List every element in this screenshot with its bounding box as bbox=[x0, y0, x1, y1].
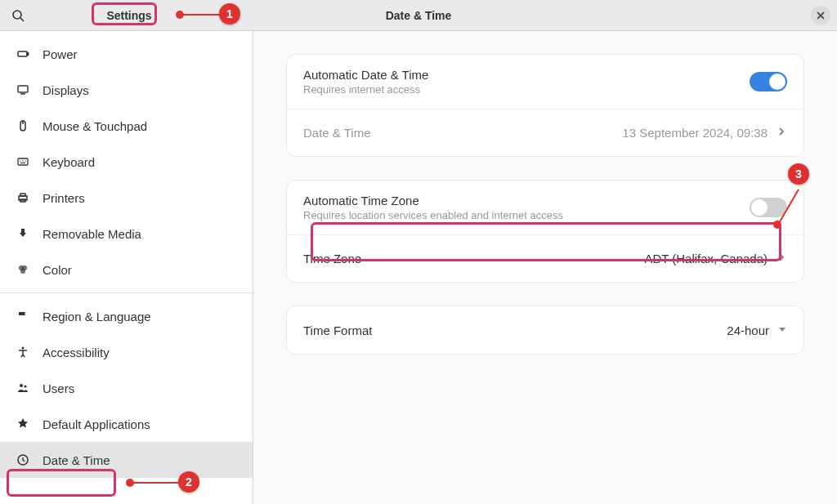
svg-rect-14 bbox=[20, 163, 25, 163]
svg-line-1 bbox=[20, 18, 24, 21]
printer-icon bbox=[15, 190, 31, 206]
sidebar-item-label: Date & Time bbox=[43, 453, 110, 467]
timeformat-row[interactable]: Time Format 24-hour bbox=[287, 306, 803, 354]
displays-icon bbox=[15, 82, 31, 98]
sidebar-item-label: Mouse & Touchpad bbox=[43, 119, 147, 133]
auto-datetime-toggle[interactable] bbox=[750, 72, 787, 91]
sidebar-item-label: Removable Media bbox=[43, 227, 141, 241]
datetime-row[interactable]: Date & Time 13 September 2024, 09:38 bbox=[287, 109, 803, 156]
sidebar-item-color[interactable]: Color bbox=[0, 252, 253, 288]
svg-rect-6 bbox=[18, 86, 28, 92]
svg-point-13 bbox=[25, 160, 25, 161]
region-icon bbox=[15, 308, 31, 324]
timezone-row[interactable]: Time Zone ADT (Halifax, Canada) bbox=[287, 234, 803, 282]
search-icon bbox=[11, 9, 25, 22]
svg-point-0 bbox=[13, 11, 21, 19]
sidebar-item-accessibility[interactable]: Accessibility bbox=[0, 334, 253, 370]
timezone-card: Automatic Time Zone Requires location se… bbox=[286, 180, 804, 283]
sidebar: Power Displays Mouse & Touchpad Keyboard… bbox=[0, 31, 253, 504]
sidebar-item-label: Region & Language bbox=[43, 310, 151, 323]
auto-datetime-row[interactable]: Automatic Date & Time Requires internet … bbox=[287, 55, 803, 109]
annotation-line-1 bbox=[180, 14, 222, 16]
row-subtitle: Requires location services enabled and i… bbox=[303, 209, 750, 221]
timeformat-card: Time Format 24-hour bbox=[286, 306, 804, 355]
sidebar-item-users[interactable]: Users bbox=[0, 370, 253, 406]
caret-down-icon bbox=[777, 323, 787, 337]
mouse-icon bbox=[15, 118, 31, 134]
datetime-value: 13 September 2024, 09:38 bbox=[622, 126, 768, 140]
svg-point-23 bbox=[24, 385, 26, 387]
svg-point-20 bbox=[20, 269, 25, 274]
sidebar-item-label: Displays bbox=[43, 83, 89, 97]
sidebar-item-label: Default Applications bbox=[43, 417, 150, 431]
sidebar-item-displays[interactable]: Displays bbox=[0, 72, 253, 108]
row-main: Automatic Date & Time Requires internet … bbox=[303, 68, 750, 96]
svg-point-11 bbox=[20, 160, 20, 161]
annotation-number-3: 3 bbox=[788, 163, 809, 185]
svg-rect-4 bbox=[18, 51, 27, 56]
sidebar-item-removable[interactable]: Removable Media bbox=[0, 216, 253, 252]
annotation-dot-2 bbox=[126, 479, 134, 487]
page-title: Date & Time bbox=[386, 9, 452, 22]
row-subtitle: Requires internet access bbox=[303, 83, 750, 96]
users-icon bbox=[15, 380, 31, 396]
power-icon bbox=[15, 46, 31, 62]
row-title: Time Zone bbox=[303, 252, 644, 265]
auto-timezone-row[interactable]: Automatic Time Zone Requires location se… bbox=[287, 181, 803, 234]
sidebar-item-keyboard[interactable]: Keyboard bbox=[0, 144, 253, 180]
timezone-value: ADT (Halifax, Canada) bbox=[644, 252, 768, 265]
svg-point-22 bbox=[20, 384, 23, 387]
sidebar-item-default-apps[interactable]: Default Applications bbox=[0, 406, 253, 442]
annotation-number-1: 1 bbox=[219, 3, 240, 25]
sidebar-item-label: Accessibility bbox=[43, 346, 110, 359]
annotation-dot-3 bbox=[773, 221, 781, 229]
row-title: Time Format bbox=[303, 323, 727, 337]
sidebar-item-datetime[interactable]: Date & Time bbox=[0, 442, 253, 478]
annotation-dot-1 bbox=[176, 11, 184, 19]
row-main: Automatic Time Zone Requires location se… bbox=[303, 194, 750, 221]
settings-title: Settings bbox=[101, 7, 156, 24]
close-button[interactable] bbox=[811, 6, 830, 25]
sidebar-item-label: Keyboard bbox=[43, 155, 95, 169]
annotation-number-2: 2 bbox=[178, 471, 199, 493]
color-icon bbox=[15, 261, 31, 278]
sidebar-divider bbox=[0, 292, 253, 293]
svg-rect-16 bbox=[20, 194, 25, 196]
search-button[interactable] bbox=[7, 4, 29, 27]
sidebar-item-label: Users bbox=[43, 381, 74, 395]
sidebar-item-power[interactable]: Power bbox=[0, 36, 253, 72]
annotation-line-2 bbox=[131, 482, 178, 484]
sidebar-item-label: Color bbox=[43, 263, 72, 277]
svg-point-21 bbox=[22, 347, 25, 350]
sidebar-item-label: Power bbox=[43, 47, 78, 61]
sidebar-item-label: Printers bbox=[43, 191, 85, 205]
default-apps-icon bbox=[15, 416, 31, 432]
datetime-icon bbox=[15, 452, 31, 468]
chevron-right-icon bbox=[776, 252, 787, 266]
chevron-right-icon bbox=[776, 126, 787, 140]
auto-timezone-toggle[interactable] bbox=[750, 198, 787, 217]
row-title: Automatic Date & Time bbox=[303, 68, 750, 82]
body: Power Displays Mouse & Touchpad Keyboard… bbox=[0, 31, 837, 504]
removable-icon bbox=[15, 225, 31, 242]
toggle-knob bbox=[751, 199, 768, 216]
keyboard-icon bbox=[15, 154, 31, 170]
close-icon bbox=[816, 11, 826, 20]
datetime-card: Automatic Date & Time Requires internet … bbox=[286, 54, 804, 157]
content-panel: Automatic Date & Time Requires internet … bbox=[253, 31, 837, 504]
sidebar-item-region[interactable]: Region & Language bbox=[0, 298, 253, 334]
header-bar: Settings Date & Time bbox=[0, 0, 837, 31]
accessibility-icon bbox=[15, 344, 31, 360]
toggle-knob bbox=[769, 74, 786, 90]
sidebar-item-printers[interactable]: Printers bbox=[0, 180, 253, 216]
sidebar-item-mouse[interactable]: Mouse & Touchpad bbox=[0, 108, 253, 144]
row-title: Automatic Time Zone bbox=[303, 194, 750, 207]
svg-point-12 bbox=[22, 160, 23, 161]
svg-rect-5 bbox=[27, 53, 29, 56]
svg-rect-10 bbox=[18, 158, 28, 165]
row-title: Date & Time bbox=[303, 126, 622, 140]
timeformat-value: 24-hour bbox=[727, 323, 769, 337]
